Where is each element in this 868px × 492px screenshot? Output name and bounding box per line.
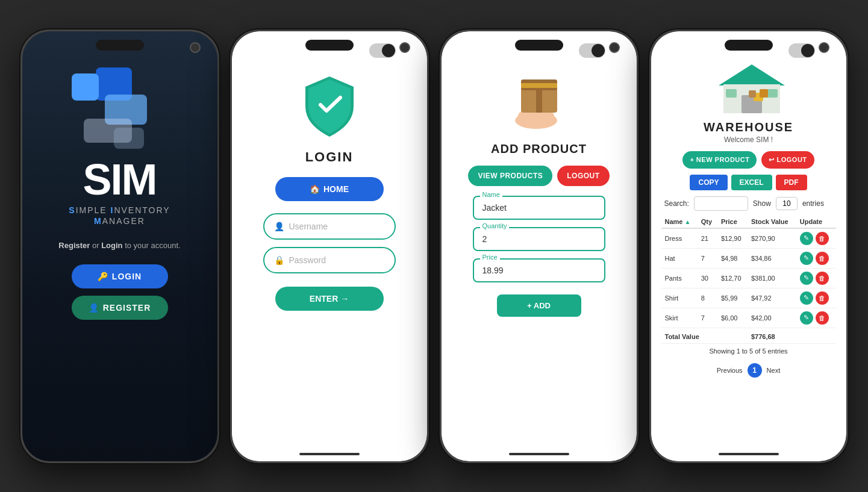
table-row: Skirt 7 $6,00 $42,00 ✎ 🗑 <box>661 308 836 328</box>
col-price-header: Price <box>717 216 748 228</box>
toggle-knob-3 <box>592 44 605 57</box>
total-label: Total Value <box>661 328 748 343</box>
svg-rect-14 <box>749 90 756 98</box>
edit-button-4[interactable]: ✎ <box>800 311 813 325</box>
delete-button-4[interactable]: 🗑 <box>816 311 829 325</box>
edit-button-1[interactable]: ✎ <box>800 252 813 265</box>
table-row: Pants 30 $12,70 $381,00 ✎ 🗑 <box>661 268 836 288</box>
password-field[interactable]: 🔒 Password <box>263 247 396 273</box>
svg-rect-11 <box>767 89 778 98</box>
cell-actions-0: ✎ 🗑 <box>796 228 836 249</box>
key-icon: 🔑 <box>98 272 108 281</box>
previous-button[interactable]: Previous <box>717 367 743 374</box>
page-1-button[interactable]: 1 <box>748 363 762 378</box>
cell-name-0: Dress <box>661 228 698 249</box>
action-buttons: VIEW PRODUCTS LOGOUT <box>468 166 609 186</box>
shield-svg <box>299 73 360 140</box>
screen1-tagline: Register or Login to your account. <box>58 241 180 250</box>
new-product-button[interactable]: + NEW PRODUCT <box>682 151 757 169</box>
view-products-button[interactable]: VIEW PRODUCTS <box>468 166 552 186</box>
copy-button[interactable]: COPY <box>690 175 727 190</box>
search-entries-row: Search: Show entries <box>664 196 833 211</box>
edit-button-0[interactable]: ✎ <box>800 232 813 245</box>
table-row: Dress 21 $12,90 $270,90 ✎ 🗑 <box>661 228 836 249</box>
warehouse-icon <box>713 61 785 116</box>
login-button[interactable]: 🔑 LOGIN <box>72 264 168 288</box>
pdf-button[interactable]: PDF <box>776 175 807 190</box>
phone-2: LOGIN 🏠 HOME 👤 Username 🔒 Password ENTER… <box>230 30 429 463</box>
sort-arrow-name: ▲ <box>685 219 691 225</box>
search-label: Search: <box>664 199 689 208</box>
qty-input[interactable] <box>473 227 605 251</box>
price-label: Price <box>480 254 500 261</box>
table-row: Shirt 8 $5,99 $47,92 ✎ 🗑 <box>661 288 836 308</box>
logout-button-4[interactable]: ↩ LOGOUT <box>761 151 814 169</box>
delete-button-1[interactable]: 🗑 <box>816 252 829 265</box>
cell-name-3: Shirt <box>661 288 698 308</box>
add-product-title: ADD PRODUCT <box>491 142 587 156</box>
sim-logo <box>72 67 168 158</box>
toggle-knob-4 <box>801 44 814 57</box>
total-value: $776,68 <box>748 328 796 343</box>
col-stock-header: Stock Value <box>748 216 796 228</box>
table-row: Hat 7 $4,98 $34,86 ✎ 🗑 <box>661 248 836 268</box>
home-icon: 🏠 <box>310 184 320 194</box>
logo-block-5 <box>114 128 144 149</box>
dark-mode-toggle[interactable] <box>369 43 396 58</box>
cell-price-4: $6,00 <box>717 308 748 328</box>
register-link: Register <box>58 241 90 250</box>
name-label: Name <box>480 191 502 198</box>
next-button[interactable]: Next <box>767 367 781 374</box>
add-button[interactable]: + ADD <box>497 294 581 317</box>
shield-icon <box>299 73 360 140</box>
subtitle-imple: IMPLE <box>76 205 111 215</box>
dark-mode-toggle-3[interactable] <box>579 43 605 58</box>
subtitle-m: M <box>94 216 102 226</box>
pagination-info: Showing 1 to 5 of 5 entries <box>709 347 787 355</box>
excel-button[interactable]: EXCEL <box>731 175 772 190</box>
login-title: LOGIN <box>305 149 354 165</box>
price-input[interactable] <box>473 258 605 282</box>
subtitle-nventory: NVENTORY <box>114 205 170 215</box>
total-row: Total Value $776,68 <box>661 328 836 343</box>
bottom-bar <box>299 453 360 455</box>
svg-rect-13 <box>760 89 768 98</box>
screen-add-product: ADD PRODUCT VIEW PRODUCTS LOGOUT Name Qu… <box>442 31 637 461</box>
bottom-bar-3 <box>509 453 569 455</box>
cell-qty-0: 21 <box>698 228 717 249</box>
cell-qty-3: 8 <box>698 288 717 308</box>
cell-name-2: Pants <box>661 268 698 288</box>
cell-price-0: $12,90 <box>717 228 748 249</box>
export-buttons: COPY EXCEL PDF <box>690 175 807 190</box>
logout-button-3[interactable]: LOGOUT <box>557 166 609 186</box>
person-icon: 👤 <box>89 303 99 313</box>
screen-warehouse: WAREHOUSE Welcome SIM ! + NEW PRODUCT ↩ … <box>651 31 846 461</box>
delete-button-2[interactable]: 🗑 <box>816 272 829 285</box>
screen-sim: SIM SIMPLE INVENTORY MANAGER Register or… <box>22 31 217 461</box>
cell-name-4: Skirt <box>661 308 698 328</box>
toggle-knob <box>382 44 395 57</box>
product-svg <box>503 67 575 134</box>
cell-stock-0: $270,90 <box>748 228 796 249</box>
screen-login: LOGIN 🏠 HOME 👤 Username 🔒 Password ENTER… <box>232 31 427 461</box>
entries-input[interactable] <box>776 197 798 210</box>
cell-actions-1: ✎ 🗑 <box>796 248 836 268</box>
col-update-header: Update <box>796 216 836 228</box>
register-button[interactable]: 👤 REGISTER <box>72 296 168 320</box>
delete-button-0[interactable]: 🗑 <box>816 232 829 245</box>
cell-stock-4: $42,00 <box>748 308 796 328</box>
qty-label: Quantity <box>480 222 510 229</box>
delete-button-3[interactable]: 🗑 <box>816 291 829 305</box>
dark-mode-toggle-4[interactable] <box>788 43 815 58</box>
cell-qty-2: 30 <box>698 268 717 288</box>
edit-button-2[interactable]: ✎ <box>800 272 813 285</box>
enter-button[interactable]: ENTER → <box>275 287 384 311</box>
cell-actions-3: ✎ 🗑 <box>796 288 836 308</box>
edit-button-3[interactable]: ✎ <box>800 291 813 305</box>
username-field[interactable]: 👤 Username <box>263 213 396 240</box>
cell-price-2: $12,70 <box>717 268 748 288</box>
name-input[interactable] <box>473 196 605 220</box>
home-button[interactable]: 🏠 HOME <box>275 177 384 201</box>
search-input[interactable] <box>694 196 748 211</box>
phone-1: SIM SIMPLE INVENTORY MANAGER Register or… <box>20 30 219 463</box>
